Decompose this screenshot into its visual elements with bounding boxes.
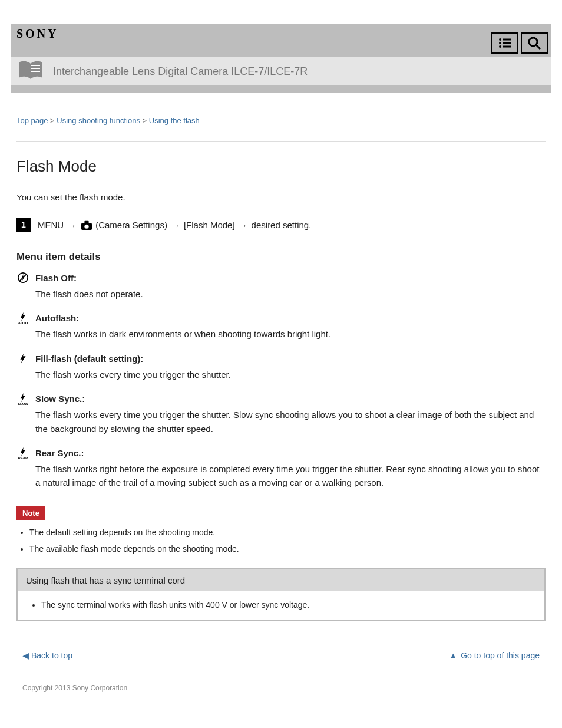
back-label: Back to top <box>31 651 72 660</box>
title-bar: Interchangeable Lens Digital Camera ILCE… <box>11 57 551 85</box>
step-body: MENU → (Camera Settings) → [Flash Mode] … <box>38 218 311 233</box>
flash-rear-icon: REAR <box>16 447 29 460</box>
svg-text:REAR: REAR <box>18 456 28 460</box>
svg-line-7 <box>536 45 540 49</box>
breadcrumb: Top page > Using shooting functions > Us… <box>16 116 546 125</box>
arrow-icon: → <box>66 218 78 233</box>
svg-rect-12 <box>85 221 89 224</box>
note-label: Note <box>16 506 45 520</box>
crumb-sep: > <box>140 116 149 125</box>
brand-logo: SONY <box>16 27 59 41</box>
note-item: The available flash mode depends on the … <box>29 542 546 555</box>
step-text-desired: desired setting. <box>252 218 312 233</box>
item-desc: The flash works right before the exposur… <box>35 462 546 490</box>
copyright: Copyright 2013 Sony Corporation <box>16 660 546 704</box>
item-desc: The flash works in dark environments or … <box>35 327 546 341</box>
step-text-menu: MENU <box>38 218 64 233</box>
arrow-icon: → <box>237 218 249 233</box>
item-autoflash: AUTO Autoflash: <box>16 311 546 325</box>
item-title: Rear Sync.: <box>35 446 84 460</box>
item-fillflash: Fill-flash (default setting): <box>16 352 546 365</box>
item-desc: The flash does not operate. <box>35 287 546 301</box>
go-to-top-link[interactable]: ▲Go to top of this page <box>449 651 540 660</box>
crumb-cat[interactable]: Using shooting functions <box>57 116 140 125</box>
product-title: Interchangeable Lens Digital Camera ILCE… <box>53 65 308 78</box>
back-to-top-link[interactable]: ▶Back to top <box>22 651 72 660</box>
crumb-sep: > <box>48 116 57 125</box>
svg-point-4 <box>499 45 501 48</box>
svg-rect-8 <box>31 65 40 66</box>
go-to-top-label: Go to top of this page <box>461 651 540 660</box>
triangle-left-icon: ▶ <box>22 651 29 660</box>
item-title: Fill-flash (default setting): <box>35 352 143 365</box>
svg-rect-5 <box>503 46 511 48</box>
svg-text:SLOW: SLOW <box>18 402 28 406</box>
svg-rect-1 <box>503 39 511 41</box>
item-title: Flash Off: <box>35 271 77 285</box>
page-footer: ▶Back to top ▲Go to top of this page <box>16 651 546 660</box>
svg-rect-3 <box>503 42 511 44</box>
page-title: Flash Mode <box>16 157 546 176</box>
lead-text: You can set the flash mode. <box>16 191 546 205</box>
flash-auto-icon: AUTO <box>16 312 29 325</box>
hint-title: Using flash that has a sync terminal cor… <box>18 569 544 591</box>
svg-point-0 <box>499 38 501 41</box>
search-button[interactable] <box>521 32 548 54</box>
svg-rect-10 <box>31 71 40 72</box>
arrow-icon: → <box>170 218 181 233</box>
list-icon <box>498 36 512 50</box>
crumb-top[interactable]: Top page <box>16 116 48 125</box>
svg-text:AUTO: AUTO <box>18 321 28 325</box>
hint-box: Using flash that has a sync terminal cor… <box>16 568 546 621</box>
step-number-badge: 1 <box>16 218 31 232</box>
menu-list-button[interactable] <box>491 32 518 54</box>
item-desc: The flash works every time you trigger t… <box>35 408 546 436</box>
flash-slow-icon: SLOW <box>16 393 29 406</box>
svg-point-13 <box>85 225 89 229</box>
note-list: The default setting depends on the shoot… <box>16 526 546 556</box>
top-buttons <box>491 32 548 54</box>
item-title: Slow Sync.: <box>35 392 85 406</box>
step-text-camsettings: (Camera Settings) <box>95 218 167 233</box>
manual-page-icon <box>16 60 45 83</box>
flash-off-icon <box>16 271 29 284</box>
settings-list: Flash Off: The flash does not operate. A… <box>16 271 546 490</box>
item-slowsync: SLOW Slow Sync.: <box>16 392 546 406</box>
step-text-flashmode: [Flash Mode] <box>184 218 235 233</box>
section-heading: Menu item details <box>16 251 546 263</box>
item-rearsync: REAR Rear Sync.: <box>16 446 546 460</box>
svg-point-2 <box>499 42 501 44</box>
item-title: Autoflash: <box>35 311 79 325</box>
search-icon <box>527 36 541 50</box>
top-bar: SONY <box>11 24 551 57</box>
flash-fill-icon <box>16 352 29 365</box>
step-row: 1 MENU → (Camera Settings) → [Flash Mode… <box>16 218 546 233</box>
camera-settings-icon <box>80 220 93 230</box>
triangle-up-icon: ▲ <box>449 651 457 660</box>
crumb-sub[interactable]: Using the flash <box>149 116 200 125</box>
item-desc: The flash works every time you trigger t… <box>35 368 546 381</box>
svg-point-6 <box>529 38 537 46</box>
hint-item: The sync terminal works with flash units… <box>41 598 536 611</box>
svg-rect-9 <box>31 68 40 69</box>
grey-strip <box>11 85 551 93</box>
hint-body: The sync terminal works with flash units… <box>18 591 544 620</box>
item-flashoff: Flash Off: <box>16 271 546 285</box>
note-item: The default setting depends on the shoot… <box>29 526 546 539</box>
page-number: 140 <box>11 716 562 728</box>
